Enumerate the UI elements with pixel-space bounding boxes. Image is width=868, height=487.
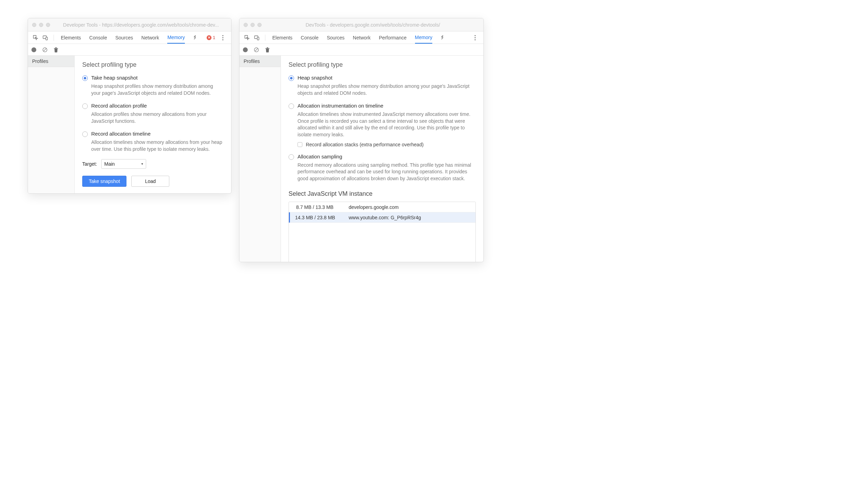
svg-point-11 <box>474 39 475 40</box>
device-toggle-icon[interactable] <box>253 34 261 42</box>
more-tabs-icon[interactable] <box>438 34 447 42</box>
tab-performance[interactable]: Performance <box>379 32 406 43</box>
window-title: DevTools - developers.google.com/web/too… <box>266 22 479 28</box>
zoom-traffic[interactable] <box>257 23 262 27</box>
target-row: Target: Main ▾ <box>82 159 224 169</box>
record-stacks-label: Record allocation stacks (extra performa… <box>306 142 424 147</box>
minimize-traffic[interactable] <box>39 23 43 27</box>
devtools-window-left: Developer Tools - https://developers.goo… <box>28 18 232 194</box>
radio-allocation-timeline[interactable] <box>289 103 294 109</box>
error-count[interactable]: ✕ 1 <box>207 35 215 40</box>
profiling-content: Select profiling type Heap snapshot Heap… <box>281 56 483 262</box>
option-allocation-sampling[interactable]: Allocation sampling Record memory alloca… <box>289 154 476 182</box>
record-stacks-checkbox[interactable] <box>298 142 302 147</box>
tab-network[interactable]: Network <box>353 32 370 43</box>
option-desc: Heap snapshot profiles show memory distr… <box>91 83 224 97</box>
tab-console[interactable]: Console <box>301 32 318 43</box>
zoom-traffic[interactable] <box>46 23 50 27</box>
take-snapshot-button[interactable]: Take snapshot <box>82 176 126 187</box>
separator <box>265 35 265 41</box>
profiling-subtoolbar <box>239 44 483 56</box>
tab-memory[interactable]: Memory <box>167 32 185 44</box>
profiles-sidebar: Profiles <box>239 56 281 262</box>
clear-icon[interactable] <box>253 47 260 53</box>
option-title: Record allocation timeline <box>91 131 151 137</box>
kebab-menu-icon[interactable] <box>471 34 479 42</box>
radio-allocation-timeline[interactable] <box>82 131 88 137</box>
panel-tabs: Elements Console Sources Network Memory <box>61 32 205 44</box>
option-allocation-timeline[interactable]: Record allocation timeline Allocation ti… <box>82 131 224 153</box>
record-icon[interactable] <box>242 47 248 53</box>
option-title: Heap snapshot <box>298 75 332 81</box>
record-stacks-checkbox-row[interactable]: Record allocation stacks (extra performa… <box>298 142 476 147</box>
svg-point-3 <box>222 37 223 38</box>
profiles-sidebar: Profiles <box>28 56 75 193</box>
memory-panel-body: Profiles Select profiling type Take heap… <box>28 56 231 193</box>
tab-elements[interactable]: Elements <box>61 32 81 43</box>
panel-tabstrip: Elements Console Sources Network Memory … <box>28 31 231 44</box>
radio-allocation-profile[interactable] <box>82 103 88 109</box>
action-buttons: Take snapshot Load <box>82 176 224 187</box>
radio-allocation-sampling[interactable] <box>289 154 294 160</box>
option-heap-snapshot[interactable]: Heap snapshot Heap snapshot profiles sho… <box>289 75 476 97</box>
trash-icon[interactable] <box>53 47 59 53</box>
close-traffic[interactable] <box>244 23 248 27</box>
option-title: Record allocation profile <box>91 103 147 109</box>
error-icon: ✕ <box>207 35 211 40</box>
tab-sources[interactable]: Sources <box>327 32 345 43</box>
vm-label: developers.google.com <box>349 204 475 210</box>
tab-console[interactable]: Console <box>89 32 107 43</box>
profiles-section[interactable]: Profiles <box>28 56 74 67</box>
vm-instance-table: 8.7 MB / 13.3 MB developers.google.com 1… <box>289 202 476 262</box>
radio-heap-snapshot[interactable] <box>82 75 88 81</box>
trash-icon[interactable] <box>264 47 271 53</box>
traffic-lights <box>244 23 262 27</box>
target-select[interactable]: Main ▾ <box>101 159 146 169</box>
panel-tabs: Elements Console Sources Network Perform… <box>272 32 470 44</box>
minimize-traffic[interactable] <box>251 23 255 27</box>
tab-sources[interactable]: Sources <box>115 32 133 43</box>
record-icon[interactable] <box>31 47 37 53</box>
select-profiling-type-heading: Select profiling type <box>82 61 224 68</box>
svg-point-4 <box>222 39 223 40</box>
svg-point-10 <box>474 37 475 38</box>
option-allocation-profile[interactable]: Record allocation profile Allocation pro… <box>82 103 224 125</box>
option-title: Allocation instrumentation on timeline <box>298 103 383 109</box>
vm-row[interactable]: 8.7 MB / 13.3 MB developers.google.com <box>289 202 475 212</box>
toolbar-right <box>471 34 479 42</box>
tab-elements[interactable]: Elements <box>272 32 292 43</box>
option-desc: Allocation timelines show instrumented J… <box>298 111 476 138</box>
more-tabs-icon[interactable] <box>191 34 199 42</box>
titlebar: Developer Tools - https://developers.goo… <box>28 18 231 31</box>
device-toggle-icon[interactable] <box>41 34 49 42</box>
tab-network[interactable]: Network <box>141 32 159 43</box>
vm-size: 14.3 MB / 23.8 MB <box>290 215 349 220</box>
titlebar: DevTools - developers.google.com/web/too… <box>239 18 483 31</box>
target-value: Main <box>104 161 115 167</box>
vm-row-selected[interactable]: 14.3 MB / 23.8 MB www.youtube.com: G_P6r… <box>289 212 475 223</box>
profiling-subtoolbar <box>28 44 231 56</box>
vm-instance-heading: Select JavaScript VM instance <box>289 190 476 197</box>
vm-label: www.youtube.com: G_P6rpRSr4g <box>349 215 475 220</box>
inspect-element-icon[interactable] <box>243 34 251 42</box>
load-button[interactable]: Load <box>131 176 169 187</box>
vm-size: 8.7 MB / 13.3 MB <box>290 204 349 210</box>
inspect-element-icon[interactable] <box>31 34 40 42</box>
option-heap-snapshot[interactable]: Take heap snapshot Heap snapshot profile… <box>82 75 224 97</box>
close-traffic[interactable] <box>32 23 36 27</box>
option-allocation-timeline[interactable]: Allocation instrumentation on timeline A… <box>289 103 476 147</box>
target-label: Target: <box>82 161 97 167</box>
svg-point-9 <box>474 35 475 36</box>
option-desc: Allocation profiles show memory allocati… <box>91 111 224 125</box>
traffic-lights <box>32 23 50 27</box>
clear-icon[interactable] <box>42 47 48 53</box>
panel-tabstrip: Elements Console Sources Network Perform… <box>239 31 483 44</box>
kebab-menu-icon[interactable] <box>219 34 227 42</box>
svg-rect-1 <box>46 37 48 40</box>
radio-heap-snapshot[interactable] <box>289 75 294 81</box>
separator <box>54 35 54 41</box>
tab-memory[interactable]: Memory <box>415 32 433 44</box>
profiles-section[interactable]: Profiles <box>239 56 281 67</box>
memory-panel-body: Profiles Select profiling type Heap snap… <box>239 56 483 262</box>
svg-rect-8 <box>257 37 259 40</box>
